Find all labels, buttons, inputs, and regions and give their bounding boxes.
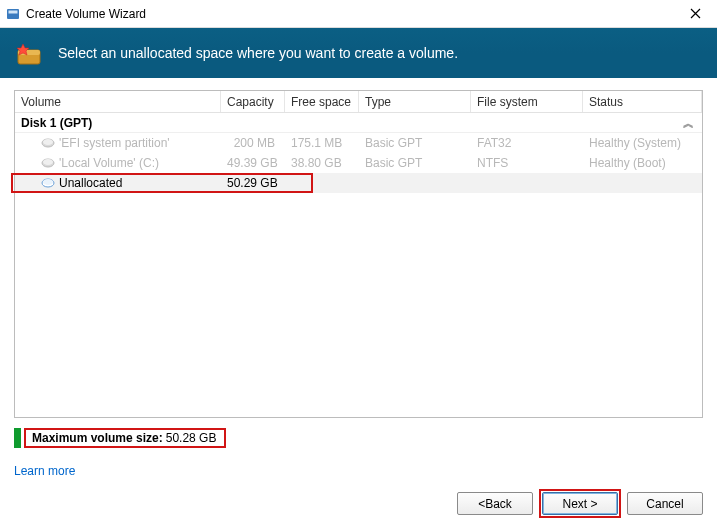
status-value: Healthy (System): [583, 136, 702, 150]
fs-value: NTFS: [471, 156, 583, 170]
svg-rect-1: [9, 10, 18, 13]
collapse-chevron-icon: ︽: [683, 116, 694, 131]
drive-icon: [41, 137, 55, 149]
annotation-highlight: Maximum volume size: 50.28 GB: [24, 428, 226, 448]
disk-group-header[interactable]: Disk 1 (GPT) ︽: [15, 113, 702, 133]
window-title: Create Volume Wizard: [26, 7, 146, 21]
volume-name: Unallocated: [59, 176, 122, 190]
max-volume-size: Maximum volume size: 50.28 GB: [14, 428, 703, 448]
capacity-value: 49.39 GB: [221, 156, 285, 170]
col-header-type[interactable]: Type: [359, 91, 471, 112]
app-icon: [6, 7, 20, 21]
capacity-value: 50.29 GB: [221, 176, 285, 190]
free-value: 175.1 MB: [285, 136, 359, 150]
type-value: Basic GPT: [359, 156, 471, 170]
fs-value: FAT32: [471, 136, 583, 150]
cancel-button[interactable]: Cancel: [627, 492, 703, 515]
table-row[interactable]: 'EFI system partition' 200 MB 175.1 MB B…: [15, 133, 702, 153]
content-area: Volume Capacity Free space Type File sys…: [0, 78, 717, 478]
close-icon: [690, 8, 701, 19]
free-value: 38.80 GB: [285, 156, 359, 170]
status-value: Healthy (Boot): [583, 156, 702, 170]
volume-grid: Volume Capacity Free space Type File sys…: [14, 90, 703, 418]
col-header-filesystem[interactable]: File system: [471, 91, 583, 112]
volume-name: 'EFI system partition': [59, 136, 170, 150]
max-size-value: 50.28 GB: [166, 431, 217, 445]
banner-text: Select an unallocated space where you wa…: [58, 45, 458, 61]
svg-point-10: [43, 179, 53, 185]
disk-label: Disk 1 (GPT): [21, 116, 92, 130]
col-header-status[interactable]: Status: [583, 91, 702, 112]
wizard-icon: [14, 38, 44, 68]
svg-point-8: [43, 159, 53, 165]
size-indicator-bar: [14, 428, 21, 448]
col-header-volume[interactable]: Volume: [15, 91, 221, 112]
table-row[interactable]: 'Local Volume' (C:) 49.39 GB 38.80 GB Ba…: [15, 153, 702, 173]
table-row[interactable]: Unallocated 50.29 GB: [15, 173, 702, 193]
drive-icon: [41, 157, 55, 169]
capacity-value: 200 MB: [221, 136, 285, 150]
next-button[interactable]: Next >: [542, 492, 618, 515]
unallocated-icon: [41, 177, 55, 189]
learn-more-link[interactable]: Learn more: [14, 464, 75, 478]
close-button[interactable]: [673, 0, 717, 28]
wizard-banner: Select an unallocated space where you wa…: [0, 28, 717, 78]
max-size-label: Maximum volume size:: [32, 431, 163, 445]
volume-name: 'Local Volume' (C:): [59, 156, 159, 170]
wizard-footer: < Back Next > Cancel: [457, 489, 703, 518]
col-header-free[interactable]: Free space: [285, 91, 359, 112]
annotation-highlight: Next >: [539, 489, 621, 518]
titlebar: Create Volume Wizard: [0, 0, 717, 28]
svg-point-6: [43, 139, 53, 145]
back-button[interactable]: < Back: [457, 492, 533, 515]
grid-header-row: Volume Capacity Free space Type File sys…: [15, 91, 702, 113]
col-header-capacity[interactable]: Capacity: [221, 91, 285, 112]
type-value: Basic GPT: [359, 136, 471, 150]
